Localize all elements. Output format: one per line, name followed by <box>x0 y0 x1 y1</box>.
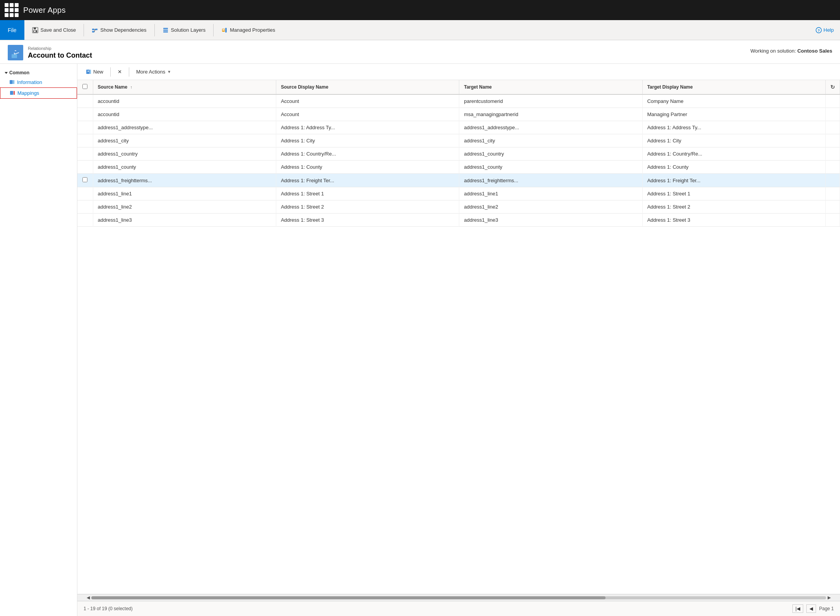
select-all-checkbox[interactable] <box>82 84 87 89</box>
table-row[interactable]: accountid Account parentcustomerid Compa… <box>77 94 840 108</box>
row-checkbox[interactable] <box>82 177 87 182</box>
refresh-icon[interactable]: ↻ <box>830 84 835 90</box>
row-source-display-name: Address 1: Country/Re... <box>276 147 459 161</box>
row-checkbox-cell <box>77 161 93 174</box>
sidebar-item-mappings[interactable]: Mappings <box>0 87 77 99</box>
row-source-display-name: Address 1: Street 2 <box>276 200 459 214</box>
header-row: Source Name ↑ Source Display Name Target… <box>77 80 840 94</box>
source-name-label: Source Name <box>98 84 128 90</box>
svg-rect-25 <box>13 80 14 84</box>
horizontal-scrollbar[interactable]: ◀ ▶ <box>77 594 840 601</box>
row-extra-col <box>826 108 840 121</box>
header-target-display-name: Target Display Name <box>642 80 825 94</box>
row-target-name: address1_line3 <box>459 214 642 227</box>
svg-rect-15 <box>222 30 224 31</box>
first-page-button[interactable]: |◀ <box>792 604 803 613</box>
table-row[interactable]: address1_country Address 1: Country/Re..… <box>77 147 840 161</box>
header-refresh-col: ↻ <box>826 80 840 94</box>
scrollbar-track[interactable] <box>91 596 826 599</box>
file-button[interactable]: File <box>0 20 24 40</box>
scroll-right-button[interactable]: ▶ <box>826 595 832 600</box>
separator-3 <box>213 24 214 36</box>
dependencies-icon <box>92 27 98 33</box>
more-actions-label: More Actions <box>136 69 165 75</box>
new-button[interactable]: New <box>82 67 107 77</box>
row-checkbox-cell <box>77 121 93 134</box>
row-source-display-name: Address 1: Street 3 <box>276 214 459 227</box>
row-source-display-name: Address 1: Street 1 <box>276 187 459 200</box>
working-on-value: Contoso Sales <box>797 48 832 54</box>
svg-rect-13 <box>225 28 227 33</box>
svg-rect-18 <box>9 49 15 53</box>
table-row[interactable]: accountid Account msa_managingpartnerid … <box>77 108 840 121</box>
scroll-left-button[interactable]: ◀ <box>85 595 91 600</box>
table-row[interactable]: address1_county Address 1: County addres… <box>77 161 840 174</box>
save-icon <box>32 27 38 33</box>
row-extra-col <box>826 147 840 161</box>
svg-rect-27 <box>14 91 15 95</box>
row-source-name: accountid <box>93 94 276 108</box>
header-checkbox-col <box>77 80 93 94</box>
row-source-display-name: Account <box>276 94 459 108</box>
sidebar-item-information[interactable]: Information <box>0 77 77 87</box>
row-source-display-name: Address 1: City <box>276 134 459 147</box>
more-actions-button[interactable]: More Actions ▼ <box>132 67 175 77</box>
svg-rect-24 <box>10 80 13 84</box>
row-source-name: address1_line3 <box>93 214 276 227</box>
sort-icon: ↑ <box>130 85 133 89</box>
record-count: 1 - 19 of 19 (0 selected) <box>84 606 133 611</box>
top-bar: Power Apps <box>0 0 840 20</box>
solution-layers-button[interactable]: Solution Layers <box>158 22 210 39</box>
delete-button[interactable]: ✕ <box>114 67 126 77</box>
svg-rect-1 <box>34 27 36 29</box>
row-extra-col <box>826 200 840 214</box>
dropdown-arrow-icon: ▼ <box>167 70 171 74</box>
table-row[interactable]: address1_city Address 1: City address1_c… <box>77 134 840 147</box>
delete-icon: ✕ <box>118 69 122 75</box>
table-row[interactable]: address1_addresstype... Address 1: Addre… <box>77 121 840 134</box>
table-row[interactable]: address1_line2 Address 1: Street 2 addre… <box>77 200 840 214</box>
target-name-label: Target Name <box>464 84 492 90</box>
row-target-name: address1_county <box>459 161 642 174</box>
row-checkbox-cell <box>77 214 93 227</box>
row-target-name: address1_addresstype... <box>459 121 642 134</box>
help-button[interactable]: ? Help <box>816 27 834 33</box>
show-dependencies-button[interactable]: Show Dependencies <box>87 22 151 39</box>
table-body: accountid Account parentcustomerid Compa… <box>77 94 840 227</box>
row-source-name: accountid <box>93 108 276 121</box>
waffle-icon[interactable] <box>5 3 19 17</box>
svg-rect-7 <box>92 31 94 33</box>
managed-properties-button[interactable]: Managed Properties <box>217 22 280 39</box>
solution-layers-label: Solution Layers <box>171 27 206 33</box>
svg-text:?: ? <box>818 29 820 33</box>
svg-rect-5 <box>95 29 98 30</box>
row-target-display-name: Address 1: County <box>642 161 825 174</box>
content-toolbar: New ✕ More Actions ▼ <box>77 64 840 80</box>
row-target-display-name: Address 1: Street 3 <box>642 214 825 227</box>
svg-rect-29 <box>90 70 91 74</box>
save-close-button[interactable]: Save and Close <box>27 22 81 39</box>
table-container[interactable]: Source Name ↑ Source Display Name Target… <box>77 80 840 594</box>
row-source-name: address1_county <box>93 161 276 174</box>
row-checkbox-cell <box>77 187 93 200</box>
row-target-name: address1_line2 <box>459 200 642 214</box>
svg-rect-26 <box>10 91 13 95</box>
sidebar-item-information-label: Information <box>17 79 42 85</box>
row-target-display-name: Address 1: Freight Ter... <box>642 174 825 187</box>
working-on: Working on solution: Contoso Sales <box>751 45 832 54</box>
row-source-name: address1_line2 <box>93 200 276 214</box>
svg-rect-9 <box>163 28 168 29</box>
ribbon-actions: Save and Close Show Dependencies Solutio… <box>24 20 283 40</box>
managed-properties-icon <box>221 27 228 33</box>
svg-line-8 <box>94 29 95 32</box>
table-row[interactable]: address1_line3 Address 1: Street 3 addre… <box>77 214 840 227</box>
table-row[interactable]: address1_line1 Address 1: Street 1 addre… <box>77 187 840 200</box>
content-area: New ✕ More Actions ▼ <box>77 64 840 616</box>
row-extra-col <box>826 161 840 174</box>
prev-page-button[interactable]: ◀ <box>806 604 816 613</box>
row-target-display-name: Company Name <box>642 94 825 108</box>
svg-rect-19 <box>16 49 22 53</box>
table-row[interactable]: address1_freightterms... Address 1: Frei… <box>77 174 840 187</box>
relationship-icon <box>8 45 23 60</box>
scrollbar-thumb[interactable] <box>91 596 606 599</box>
